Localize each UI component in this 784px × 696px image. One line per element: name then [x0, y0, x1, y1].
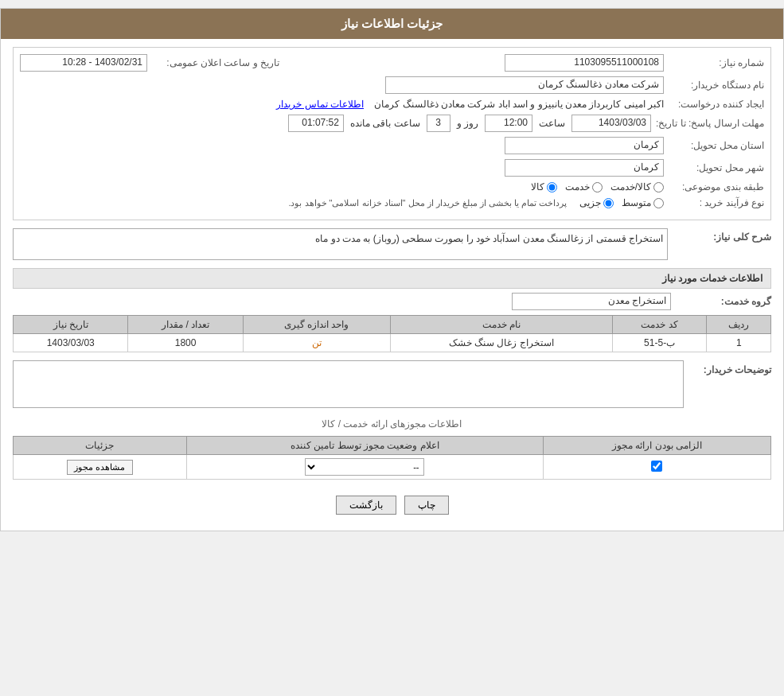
- province-label: استان محل تحویل:: [669, 140, 764, 151]
- deadline-time: 12:00: [485, 115, 532, 132]
- category-khedmat-label: خدمت: [565, 181, 590, 192]
- category-kala-label: کالا: [531, 181, 544, 192]
- buyer-notes-value-container: [13, 360, 684, 410]
- cell-code: ب-5-51: [612, 334, 707, 352]
- cell-unit: تن: [243, 334, 390, 352]
- buyer-notes-textarea[interactable]: [13, 360, 684, 408]
- table-row: 1 ب-5-51 استخراج زغال سنگ خشک تن 1800 14…: [14, 334, 771, 352]
- announce-label: تاریخ و ساعت اعلان عمومی:: [152, 57, 279, 68]
- col-code: کد خدمت: [612, 316, 707, 334]
- permits-col-details: جزئیات: [14, 437, 187, 455]
- permits-status-select[interactable]: --: [305, 458, 424, 476]
- creator-text: اکبر امینی کاربرداز معدن یانبیزو و اسد ا…: [374, 99, 664, 110]
- category-kala-khedmat-radio[interactable]: [653, 182, 664, 192]
- deadline-group: 1403/03/03 ساعت 12:00 روز و 3 ساعت باقی …: [288, 115, 651, 132]
- footer-buttons: چاپ بازگشت: [13, 488, 771, 523]
- category-kala-khedmat-item: کالا/خدمت: [610, 181, 664, 192]
- col-name: نام خدمت: [390, 316, 612, 334]
- service-group-value: استخراج معدن: [512, 293, 671, 310]
- deadline-days: 3: [427, 115, 451, 132]
- deadline-days-label: روز و: [457, 118, 478, 129]
- category-label: طبقه بندی موضوعی:: [669, 181, 764, 192]
- col-row: ردیف: [707, 316, 771, 334]
- province-value: کرمان: [505, 137, 664, 154]
- permits-divider-text: اطلاعات مجوزهای ارائه خدمت / کالا: [322, 418, 462, 430]
- cell-qty: 1800: [128, 334, 243, 352]
- back-button[interactable]: بازگشت: [336, 496, 396, 515]
- purchase-jozii-item: جزیی: [579, 197, 614, 208]
- print-button[interactable]: چاپ: [404, 496, 449, 515]
- permits-required-checkbox[interactable]: [651, 461, 662, 472]
- permits-required-cell: [543, 455, 770, 480]
- province-row: استان محل تحویل: کرمان: [20, 137, 764, 154]
- table-header-row: ردیف کد خدمت نام خدمت واحد اندازه گیری ت…: [14, 316, 771, 334]
- general-desc-value: استخراج قسمتی از زغالسنگ معدن اسدآباد خو…: [13, 228, 668, 260]
- permits-table: الزامی بودن ارائه مجوز اعلام وضعیت مجوز …: [13, 436, 771, 480]
- announce-value: 1403/02/31 - 10:28: [20, 54, 147, 72]
- cell-row: 1: [707, 334, 771, 352]
- category-kala-item: کالا: [531, 181, 557, 192]
- deadline-date: 1403/03/03: [571, 115, 651, 132]
- category-kala-khedmat-label: کالا/خدمت: [610, 181, 651, 192]
- cell-date: 1403/03/03: [14, 334, 128, 352]
- permits-details-cell: مشاهده مجوز: [14, 455, 187, 480]
- buyer-org-value: شرکت معادن ذغالسنگ کرمان: [385, 76, 664, 94]
- info-section: شماره نیاز: 1103095511000108 تاریخ و ساع…: [13, 47, 771, 220]
- category-row: طبقه بندی موضوعی: کالا/خدمت خدمت کالا: [20, 181, 764, 192]
- buyer-org-label: نام دستگاه خریدار:: [669, 80, 764, 91]
- category-khedmat-radio[interactable]: [592, 182, 603, 192]
- main-content: شماره نیاز: 1103095511000108 تاریخ و ساع…: [1, 39, 783, 531]
- purchase-type-radio-group: متوسط جزیی: [579, 197, 664, 208]
- purchase-motovaset-radio[interactable]: [653, 198, 664, 208]
- city-row: شهر محل تحویل: کرمان: [20, 159, 764, 177]
- creator-row: ایجاد کننده درخواست: اکبر امینی کاربرداز…: [20, 99, 764, 110]
- contact-link[interactable]: اطلاعات تماس خریدار: [276, 99, 364, 110]
- need-number-value: 1103095511000108: [505, 54, 664, 72]
- need-number-row: شماره نیاز: 1103095511000108 تاریخ و ساع…: [20, 54, 764, 72]
- city-value: کرمان: [505, 159, 664, 177]
- page-header: جزئیات اطلاعات نیاز: [1, 9, 783, 39]
- purchase-motovaset-item: متوسط: [622, 197, 664, 208]
- col-qty: تعداد / مقدار: [128, 316, 243, 334]
- col-unit: واحد اندازه گیری: [243, 316, 390, 334]
- permits-row: -- مشاهده مجوز: [14, 455, 771, 480]
- permits-header-row: الزامی بودن ارائه مجوز اعلام وضعیت مجوز …: [14, 437, 771, 455]
- page-container: جزئیات اطلاعات نیاز شماره نیاز: 11030955…: [0, 8, 784, 531]
- cell-name: استخراج زغال سنگ خشک: [390, 334, 612, 352]
- permits-status-cell: --: [186, 455, 543, 480]
- creator-value: اکبر امینی کاربرداز معدن یانبیزو و اسد ا…: [20, 99, 664, 110]
- general-desc-value-container: استخراج قسمتی از زغالسنگ معدن اسدآباد خو…: [13, 228, 668, 260]
- buyer-notes-label: توضیحات خریدار:: [692, 360, 771, 410]
- deadline-remaining-label: ساعت باقی مانده: [350, 118, 420, 129]
- services-table: ردیف کد خدمت نام خدمت واحد اندازه گیری ت…: [13, 315, 771, 352]
- need-number-label: شماره نیاز:: [669, 57, 764, 68]
- permits-col-status: اعلام وضعیت مجوز توسط تامین کننده: [186, 437, 543, 455]
- page-title: جزئیات اطلاعات نیاز: [341, 17, 443, 30]
- general-desc-section: شرح کلی نیاز: استخراج قسمتی از زغالسنگ م…: [13, 228, 771, 260]
- creator-label: ایجاد کننده درخواست:: [669, 99, 764, 110]
- category-kala-radio[interactable]: [547, 182, 557, 192]
- buyer-notes-section: توضیحات خریدار:: [13, 360, 771, 410]
- category-khedmat-item: خدمت: [565, 181, 603, 192]
- view-permit-button[interactable]: مشاهده مجوز: [67, 460, 132, 475]
- deadline-remaining: 01:07:52: [288, 115, 344, 132]
- category-radio-group: کالا/خدمت خدمت کالا: [531, 181, 664, 192]
- general-desc-label: شرح کلی نیاز:: [676, 228, 771, 243]
- service-group-label: گروه خدمت:: [676, 296, 771, 307]
- col-date: تاریخ نیاز: [14, 316, 128, 334]
- services-section-title: اطلاعات خدمات مورد نیاز: [13, 268, 771, 289]
- purchase-type-row: نوع فرآیند خرید : متوسط جزیی پرداخت تمام…: [20, 197, 764, 208]
- purchase-type-label: نوع فرآیند خرید :: [669, 197, 764, 208]
- deadline-row: مهلت ارسال پاسخ: تا تاریخ: 1403/03/03 سا…: [20, 115, 764, 132]
- deadline-label: مهلت ارسال پاسخ: تا تاریخ:: [656, 118, 764, 129]
- permits-divider: اطلاعات مجوزهای ارائه خدمت / کالا: [13, 418, 771, 430]
- service-group-row: گروه خدمت: استخراج معدن: [13, 293, 771, 310]
- permits-col-required: الزامی بودن ارائه مجوز: [543, 437, 770, 455]
- city-label: شهر محل تحویل:: [669, 162, 764, 173]
- purchase-jozii-radio[interactable]: [603, 198, 614, 208]
- purchase-jozii-label: جزیی: [579, 197, 601, 208]
- purchase-motovaset-label: متوسط: [622, 197, 651, 208]
- buyer-org-row: نام دستگاه خریدار: شرکت معادن ذغالسنگ کر…: [20, 76, 764, 94]
- purchase-note: پرداخت تمام یا بخشی از مبلغ خریدار از مح…: [288, 198, 567, 208]
- deadline-time-label: ساعت: [539, 118, 565, 129]
